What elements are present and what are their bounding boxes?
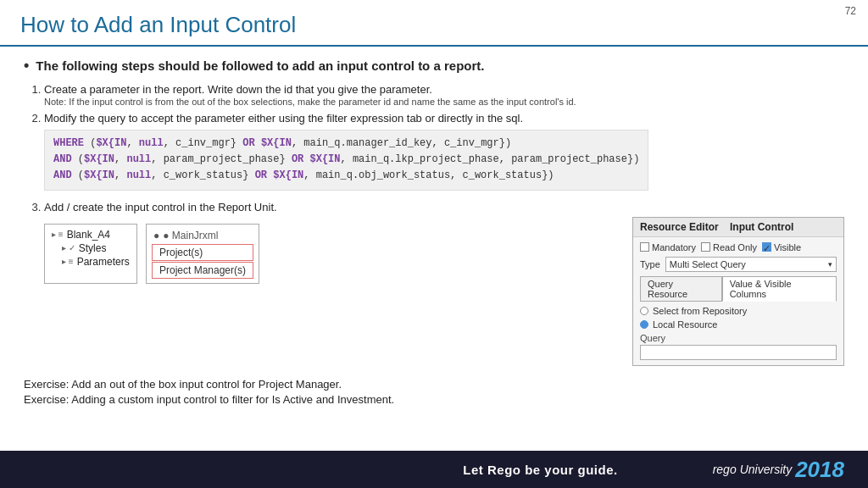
tab-value-visible[interactable]: Value & Visible Columns [722,276,837,302]
page-title: How to Add an Input Control [20,12,848,38]
readonly-checkbox[interactable]: Read Only [701,242,757,252]
code-line-2: AND ($X{IN, null, param_project_phase} O… [53,152,639,168]
step-1-note: Note: If the input control is from the o… [44,97,844,107]
step3-file-trees: ▸ ≡ Blank_A4 ▸ ✓ Styles ▸ ≡ Parameters [44,217,615,284]
tree-item-blank-a4: ▸ ≡ Blank_A4 [52,228,130,241]
main-content: The following steps should be followed t… [0,47,868,406]
file-tree-box: ▸ ≡ Blank_A4 ▸ ✓ Styles ▸ ≡ Parameters [44,224,137,284]
query-input[interactable] [640,345,837,360]
step-3: Add / create the input control in the Re… [44,201,844,366]
code-line-1: WHERE ($X{IN, null, c_inv_mgr} OR $X{IN,… [53,136,639,152]
footer-logo-year: 2018 [795,457,844,483]
page-header: How to Add an Input Control [0,0,868,47]
query-label: Query [640,333,837,343]
report-box-item-projects: Project(s) [152,244,253,261]
step-2: Modify the query to accept the parameter… [44,112,844,196]
visible-checkbox[interactable]: ✓ Visible [762,242,801,252]
radio-select-repository[interactable]: Select from Repository [640,306,837,316]
report-box: ● ● MainJrxml Project(s) Project Manager… [146,224,259,284]
step3-visual-area: ▸ ≡ Blank_A4 ▸ ✓ Styles ▸ ≡ Parameters [44,217,844,366]
resource-editor-body: Mandatory Read Only ✓ Visible [633,237,843,365]
resource-tabs: Query Resource Value & Visible Columns [640,276,837,302]
resource-editor-header: Resource Editor Input Control [633,218,843,237]
footer-logo-rego: rego [713,463,737,476]
exercise-1: Exercise: Add an out of the box input co… [24,378,844,391]
page-footer: Let Rego be your guide. rego University … [0,451,868,488]
report-box-title: ● ● MainJrxml [147,228,259,243]
steps-list: Create a parameter in the report. Write … [24,83,844,366]
report-box-item-manager: Project Manager(s) [152,262,253,279]
kw-where: WHERE [53,137,84,149]
tree-item-styles: ▸ ✓ Styles [52,241,130,255]
step-1-text: Create a parameter in the report. Write … [44,83,432,96]
tree-item-parameters: ▸ ≡ Parameters [52,255,130,269]
mandatory-checkbox[interactable]: Mandatory [640,242,696,252]
radio-local-resource[interactable]: Local Resource [640,319,837,330]
page-number: 72 [845,5,856,17]
code-block: WHERE ($X{IN, null, c_inv_mgr} OR $X{IN,… [44,130,648,191]
exercise-2: Exercise: Adding a custom input control … [24,393,844,406]
footer-logo: rego University 2018 [713,457,844,483]
code-line-3: AND ($X{IN, null, c_work_status} OR $X{I… [53,168,639,184]
resource-editor-panel: Resource Editor Input Control Mandatory [632,217,844,366]
step-1: Create a parameter in the report. Write … [44,83,844,107]
step-3-text: Add / create the input control in the Re… [44,201,277,214]
intro-bullet: The following steps should be followed t… [24,57,844,75]
file-tree-container: ▸ ≡ Blank_A4 ▸ ✓ Styles ▸ ≡ Parameters [44,224,615,284]
checkboxes-row: Mandatory Read Only ✓ Visible [640,242,837,252]
exercises-section: Exercise: Add an out of the box input co… [24,378,844,406]
type-select[interactable]: Multi Select Query ▾ [665,257,837,272]
tab-query-resource[interactable]: Query Resource [640,276,722,302]
type-row: Type Multi Select Query ▾ [640,257,837,272]
footer-tagline: Let Rego be your guide. [368,463,712,477]
footer-logo-university: University [740,463,792,476]
step-2-text: Modify the query to accept the parameter… [44,112,523,125]
